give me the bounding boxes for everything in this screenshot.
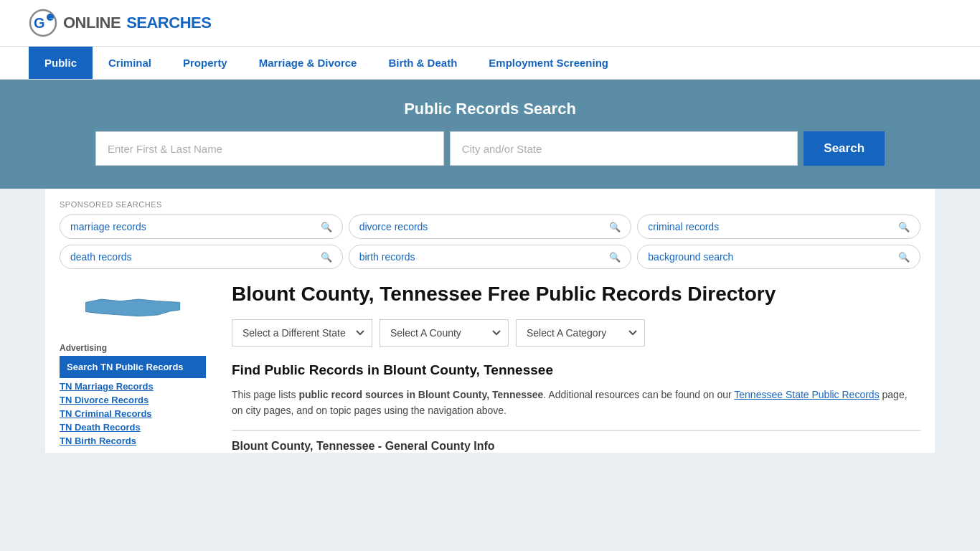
find-records-title: Find Public Records in Blount County, Te… [232, 362, 920, 378]
search-banner-title: Public Records Search [29, 100, 951, 118]
search-banner: Public Records Search Search [0, 80, 980, 189]
logo[interactable]: G → ONLINE SEARCHES [29, 9, 211, 37]
desc-link[interactable]: Tennessee State Public Records [734, 389, 879, 400]
state-dropdown[interactable]: Select a Different State [232, 319, 372, 347]
sidebar-link-divorce[interactable]: TN Divorce Records [60, 393, 206, 407]
desc-bold: public record sources in Blount County, … [298, 389, 543, 400]
sponsored-tag-label-background: background search [648, 251, 733, 263]
content-body: Advertising Search TN Public Records TN … [60, 275, 920, 453]
tennessee-map-icon [83, 282, 183, 332]
section-subtitle: Blount County, Tennessee - General Count… [232, 430, 920, 453]
advertising-label: Advertising [60, 343, 206, 353]
county-dropdown[interactable]: Select A County [380, 319, 509, 347]
sidebar: Advertising Search TN Public Records TN … [60, 282, 217, 453]
ad-highlight-button[interactable]: Search TN Public Records [60, 356, 206, 378]
sponsored-tag-death[interactable]: death records 🔍 [60, 245, 343, 269]
sidebar-link-criminal[interactable]: TN Criminal Records [60, 407, 206, 420]
description-text: This page lists public record sources in… [232, 387, 920, 419]
sponsored-tag-label-birth: birth records [359, 251, 415, 263]
sponsored-tag-background[interactable]: background search 🔍 [637, 245, 920, 269]
sponsored-tag-label-death: death records [70, 251, 132, 263]
nav-item-employment[interactable]: Employment Screening [473, 47, 624, 79]
desc-part1: This page lists [232, 389, 298, 400]
page-title: Blount County, Tennessee Free Public Rec… [232, 282, 920, 306]
svg-text:→: → [48, 15, 54, 22]
sidebar-link-death[interactable]: TN Death Records [60, 420, 206, 434]
sponsored-tag-label-divorce: divorce records [359, 221, 428, 232]
main-nav: Public Criminal Property Marriage & Divo… [0, 47, 980, 80]
main-container: SPONSORED SEARCHES marriage records 🔍 di… [45, 189, 935, 453]
name-input[interactable] [95, 131, 444, 166]
location-input[interactable] [450, 131, 798, 166]
logo-text-searches: SEARCHES [126, 14, 211, 32]
category-dropdown[interactable]: Select A Category [516, 319, 645, 347]
svg-marker-4 [85, 299, 179, 316]
state-map [60, 282, 206, 334]
search-icon-birth: 🔍 [609, 252, 621, 263]
search-icon-death: 🔍 [321, 252, 332, 263]
header: G → ONLINE SEARCHES [0, 0, 980, 47]
nav-item-birth-death[interactable]: Birth & Death [372, 47, 473, 79]
sponsored-section: SPONSORED SEARCHES marriage records 🔍 di… [60, 189, 920, 275]
main-content: Blount County, Tennessee Free Public Rec… [217, 282, 920, 453]
logo-text-online: ONLINE [63, 14, 121, 32]
sidebar-link-birth[interactable]: TN Birth Records [60, 434, 206, 448]
nav-item-property[interactable]: Property [167, 47, 243, 79]
sponsored-tag-label-marriage: marriage records [70, 221, 146, 232]
sponsored-grid: marriage records 🔍 divorce records 🔍 cri… [60, 215, 920, 269]
nav-item-public[interactable]: Public [29, 47, 93, 79]
nav-item-criminal[interactable]: Criminal [93, 47, 167, 79]
sponsored-tag-criminal[interactable]: criminal records 🔍 [637, 215, 920, 239]
desc-mid: . Additional resources can be found on o… [543, 389, 734, 400]
sponsored-tag-birth[interactable]: birth records 🔍 [349, 245, 632, 269]
sponsored-tag-label-criminal: criminal records [648, 221, 719, 232]
dropdowns-row: Select a Different State Select A County… [232, 319, 920, 347]
search-form: Search [95, 131, 885, 166]
logo-icon: G → [29, 9, 57, 37]
search-button[interactable]: Search [804, 131, 885, 166]
svg-text:G: G [34, 15, 45, 31]
nav-item-marriage-divorce[interactable]: Marriage & Divorce [243, 47, 373, 79]
search-icon-background: 🔍 [898, 252, 910, 263]
sponsored-label: SPONSORED SEARCHES [60, 200, 920, 209]
search-icon-marriage: 🔍 [321, 222, 332, 232]
sidebar-link-marriage[interactable]: TN Marriage Records [60, 380, 206, 393]
sponsored-tag-marriage[interactable]: marriage records 🔍 [60, 215, 343, 239]
search-icon-criminal: 🔍 [898, 222, 910, 232]
sponsored-tag-divorce[interactable]: divorce records 🔍 [349, 215, 632, 239]
search-icon-divorce: 🔍 [609, 222, 621, 232]
